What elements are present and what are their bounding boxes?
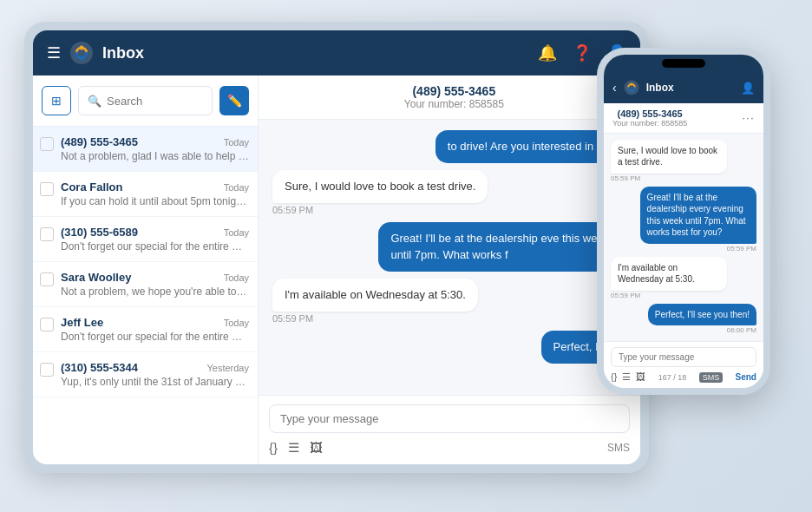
tablet-screen: ☰ Inbox 🔔 ❓ 👤 — [33, 30, 640, 464]
message-wrapper: to drive! Are you interested in taki — [272, 130, 626, 163]
contact-checkbox[interactable] — [40, 272, 54, 286]
contact-header: Cora Fallon Today — [61, 181, 249, 194]
chat-messages: to drive! Are you interested in takiSure… — [259, 120, 640, 395]
phone-message-wrapper: Great! I'll be at the dealership every e… — [611, 187, 756, 253]
svg-point-5 — [630, 89, 632, 92]
message-wrapper: I'm available on Wednesday at 5:30.05:59… — [272, 279, 626, 324]
snippet-icon[interactable]: ☰ — [288, 440, 299, 456]
phone-chat-header: (489) 555-3465 Your number: 858585 ··· — [604, 103, 763, 134]
phone-incoming-message: Sure, I would love to book a test drive. — [611, 140, 727, 174]
contact-name: (310) 555-5344 — [61, 361, 138, 374]
phone-profile-icon[interactable]: 👤 — [741, 82, 755, 95]
image-icon[interactable]: 🖼 — [310, 440, 323, 456]
contact-checkbox[interactable] — [40, 318, 54, 331]
phone-message-wrapper: Perfect, I'll see you then!06:00 PM — [611, 304, 756, 335]
contact-checkbox[interactable] — [40, 182, 54, 196]
contact-name: (310) 555-6589 — [61, 226, 138, 239]
template-icon[interactable]: {} — [269, 440, 278, 456]
compose-button[interactable]: ✏️ — [219, 86, 249, 115]
phone-screen: ‹ Inbox 👤 (489) 555-3465 Your number: 85… — [604, 55, 763, 388]
message-wrapper: Sure, I would love to book a test drive.… — [272, 170, 626, 215]
contact-checkbox[interactable] — [40, 137, 54, 151]
contact-time: Today — [224, 272, 249, 283]
contact-name: Jeff Lee — [61, 316, 103, 329]
phone-chat-input[interactable] — [611, 347, 756, 367]
contact-name: Cora Fallon — [61, 181, 123, 194]
svg-point-1 — [80, 46, 84, 50]
chat-contact-number: Your number: 858585 — [298, 98, 610, 110]
contact-item[interactable]: Cora Fallon Today If you can hold it unt… — [33, 172, 258, 217]
contact-time: Today — [224, 318, 249, 328]
contact-checkbox[interactable] — [40, 363, 54, 377]
phone-back-icon[interactable]: ‹ — [612, 81, 617, 95]
phone-logo-icon — [624, 80, 639, 95]
svg-point-0 — [70, 42, 93, 64]
notification-icon[interactable]: 🔔 — [538, 43, 557, 62]
contact-item[interactable]: (310) 555-5344 Yesterday Yup, it's only … — [33, 352, 258, 397]
phone-message-time: 05:59 PM — [727, 245, 756, 253]
incoming-message: I'm available on Wednesday at 5:30. — [272, 279, 478, 312]
phone-message-time: 05:58 PM — [727, 134, 756, 135]
contact-time: Today — [224, 137, 249, 148]
contact-name: Sara Woolley — [61, 271, 131, 284]
message-wrapper: Great! I'll be at the dealership eve thi… — [272, 222, 626, 271]
phone-chat-menu[interactable]: ··· — [742, 112, 755, 124]
compose-icon: ✏️ — [227, 94, 242, 108]
contact-item[interactable]: (489) 555-3465 Today Not a problem, glad… — [33, 127, 258, 172]
contact-item[interactable]: (310) 555-6589 Today Don't forget our sp… — [33, 217, 258, 262]
contact-info: (310) 555-5344 Yesterday Yup, it's only … — [61, 361, 249, 388]
phone-image-icon[interactable]: 🖼 — [636, 371, 645, 383]
contact-header: (310) 555-5344 Yesterday — [61, 361, 249, 374]
phone-message-time: 05:59 PM — [611, 174, 756, 182]
contact-preview: Don't forget our special for the entire … — [61, 331, 249, 343]
chat-input[interactable] — [269, 404, 630, 433]
phone-notch-bar — [662, 59, 705, 68]
contact-preview: Don't forget our special for the entire … — [61, 240, 249, 253]
chat-contact-name: (489) 555-3465 — [298, 84, 610, 98]
chat-input-area: {} ☰ 🖼 SMS — [259, 395, 640, 464]
contact-checkbox[interactable] — [40, 227, 54, 241]
phone-notch — [604, 55, 763, 72]
phone-send-button[interactable]: Send — [736, 372, 756, 382]
phone-top-bar: ‹ Inbox 👤 — [604, 72, 763, 103]
svg-point-2 — [80, 56, 84, 61]
scene: ☰ Inbox 🔔 ❓ 👤 — [24, 13, 788, 499]
contact-header: Sara Woolley Today — [61, 271, 249, 284]
search-icon: 🔍 — [88, 95, 102, 108]
search-input[interactable] — [107, 95, 203, 108]
message-wrapper: Perfect, I'll s — [272, 331, 626, 364]
search-box[interactable]: 🔍 — [78, 86, 213, 115]
phone-incoming-message: I'm available on Wednesday at 5:30. — [611, 257, 727, 291]
svg-point-3 — [624, 81, 638, 95]
phone-message-wrapper: I'm available on Wednesday at 5:30.05:59… — [611, 257, 756, 299]
contact-item[interactable]: Jeff Lee Today Don't forget our special … — [33, 307, 258, 352]
sms-label: SMS — [607, 442, 630, 454]
contact-info: Jeff Lee Today Don't forget our special … — [61, 316, 249, 343]
contact-time: Today — [224, 182, 249, 193]
hamburger-icon[interactable]: ☰ — [47, 43, 61, 62]
top-bar-left: ☰ Inbox — [47, 41, 538, 65]
sidebar-search: ⊞ 🔍 ✏️ — [33, 75, 258, 127]
message-time: 05:59 PM — [272, 205, 313, 215]
toolbar-icons: {} ☰ 🖼 — [269, 440, 323, 456]
help-icon[interactable]: ❓ — [573, 43, 592, 62]
contact-item[interactable]: Sara Woolley Today Not a problem, we hop… — [33, 262, 258, 307]
contact-preview: If you can hold it until about 5pm tonig… — [61, 195, 249, 207]
filter-button[interactable]: ⊞ — [42, 86, 71, 115]
chat-area: (489) 555-3465 Your number: 858585 ··· t… — [259, 75, 640, 464]
phone-outgoing-message: Perfect, I'll see you then! — [648, 304, 756, 326]
contact-info: Sara Woolley Today Not a problem, we hop… — [61, 271, 249, 298]
main-content: ⊞ 🔍 ✏️ (489) 555-346 — [33, 75, 640, 464]
phone-message-wrapper: Sure, I would love to book a test drive.… — [611, 140, 756, 182]
phone-snippet-icon[interactable]: ☰ — [622, 371, 631, 383]
phone-input-area: {} ☰ 🖼 167 / 18 SMS Send — [604, 341, 763, 388]
contact-info: (310) 555-6589 Today Don't forget our sp… — [61, 226, 249, 253]
phone-app-title: Inbox — [646, 82, 734, 94]
contact-preview: Not a problem, we hope you're able to ge… — [61, 286, 249, 298]
phone-message-wrapper: shipment of 2022 Mazda CX5s on the lot a… — [611, 134, 756, 135]
phone: ‹ Inbox 👤 (489) 555-3465 Your number: 85… — [597, 48, 770, 395]
contact-list: (489) 555-3465 Today Not a problem, glad… — [33, 127, 258, 464]
phone-messages: shipment of 2022 Mazda CX5s on the lot a… — [604, 134, 763, 341]
tablet: ☰ Inbox 🔔 ❓ 👤 — [24, 22, 649, 473]
phone-template-icon[interactable]: {} — [611, 371, 617, 383]
